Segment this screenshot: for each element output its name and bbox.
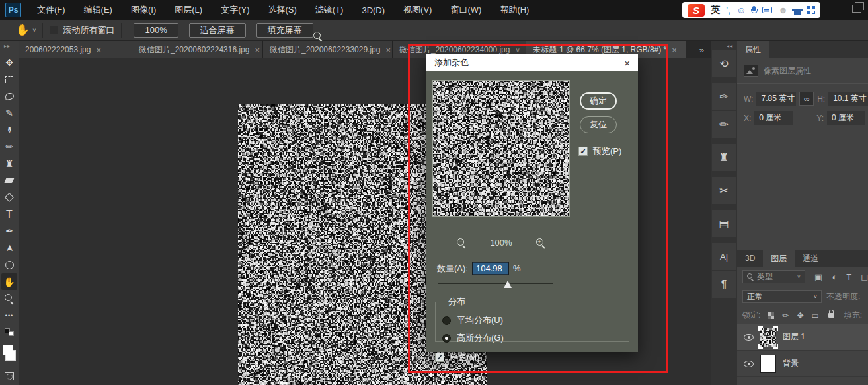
microphone-icon[interactable] <box>752 6 756 15</box>
amount-slider[interactable] <box>438 280 553 289</box>
emoji-icon[interactable]: ☺ <box>736 5 746 15</box>
tab-overflow-icon[interactable]: » <box>693 45 711 55</box>
paint-bucket-tool[interactable] <box>1 189 17 206</box>
visibility-eye-icon[interactable] <box>744 361 754 367</box>
move-tool[interactable]: ✥ <box>1 54 17 71</box>
menu-image[interactable]: 图像(I) <box>122 0 165 20</box>
filter-type-icon[interactable]: T <box>846 272 851 282</box>
tool-presets-panel-button[interactable]: ✂ <box>712 177 736 204</box>
lock-artboard-icon[interactable]: ▭ <box>811 311 818 320</box>
foreground-color-swatch[interactable] <box>3 345 13 355</box>
gaussian-radio[interactable] <box>442 334 451 343</box>
layer-thumbnail[interactable] <box>760 355 776 373</box>
type-tool[interactable]: T <box>1 206 17 223</box>
menu-layer[interactable]: 图层(L) <box>165 0 212 20</box>
tab-3d[interactable]: 3D <box>737 250 763 267</box>
keyboard-icon[interactable] <box>762 7 772 13</box>
pen-tool[interactable]: ✒ <box>1 223 17 240</box>
layer-row-selected[interactable]: 图层 1 <box>737 324 868 351</box>
x-field[interactable]: 0 厘米 <box>754 111 793 125</box>
dialog-title-bar[interactable]: 添加杂色 × <box>426 54 638 71</box>
menu-3d[interactable]: 3D(D) <box>352 0 394 20</box>
history-panel-button[interactable]: ⟲ <box>712 50 736 77</box>
visibility-eye-icon[interactable] <box>744 334 754 341</box>
brush-tool[interactable]: ✏ <box>1 139 17 156</box>
layer-thumbnail[interactable] <box>760 328 776 347</box>
layer-name[interactable]: 图层 1 <box>783 332 805 343</box>
path-selection-tool[interactable]: ➤ <box>1 240 18 256</box>
tool-preset-chevron-icon[interactable]: ˅ <box>32 27 36 34</box>
menu-select[interactable]: 选择(S) <box>258 0 305 20</box>
tab-properties[interactable]: 属性 <box>737 41 769 58</box>
lock-transparency-icon[interactable] <box>768 312 774 319</box>
search-icon[interactable] <box>313 32 323 41</box>
tab-close-icon[interactable]: × <box>255 45 260 55</box>
amount-input[interactable]: 104.98 <box>472 262 509 275</box>
account-icon[interactable]: ☻ <box>778 5 788 15</box>
slider-track[interactable] <box>438 283 553 284</box>
default-colors-control[interactable] <box>1 324 17 341</box>
menu-edit[interactable]: 编辑(E) <box>75 0 122 20</box>
lock-position-icon[interactable]: ✥ <box>797 311 803 320</box>
ime-menu-grid-icon[interactable] <box>807 6 815 14</box>
zoom-in-icon[interactable]: + <box>536 238 545 248</box>
document-tab[interactable]: 200602222053.jpg × <box>19 41 132 58</box>
paragraph-panel-button[interactable]: ¶ <box>712 271 736 298</box>
ime-punctuation-toggle[interactable]: ’, <box>726 5 730 15</box>
foreground-background-swatches[interactable] <box>3 345 16 361</box>
brush-settings-panel-button[interactable]: ✑ <box>712 83 736 110</box>
clone-stamp-tool[interactable]: ♜ <box>1 155 17 172</box>
eraser-tool[interactable] <box>1 172 17 190</box>
noise-preview[interactable] <box>432 80 570 217</box>
sogou-logo-icon[interactable]: S <box>688 4 705 17</box>
zoom-100-button[interactable]: 100% <box>134 23 178 38</box>
menu-view[interactable]: 视图(V) <box>394 0 441 20</box>
scroll-all-windows-checkbox[interactable] <box>50 26 58 34</box>
libraries-panel-button[interactable]: ▤ <box>712 210 736 237</box>
tab-channels[interactable]: 通道 <box>795 250 826 267</box>
more-tools-button[interactable]: ••• <box>1 307 17 324</box>
tab-close-icon[interactable]: × <box>385 45 391 55</box>
menu-file[interactable]: 文件(F) <box>28 0 75 20</box>
menu-filter[interactable]: 滤镜(T) <box>306 0 353 20</box>
slider-thumb[interactable] <box>504 281 512 288</box>
fill-screen-button[interactable]: 填充屏幕 <box>256 23 313 38</box>
brushes-panel-button[interactable]: ✏ <box>712 111 736 138</box>
skin-icon[interactable] <box>794 9 801 15</box>
marquee-tool[interactable] <box>1 71 17 88</box>
preview-checkbox[interactable]: ✓ <box>578 147 588 156</box>
blend-mode-select[interactable]: 正常 ˅ <box>742 290 822 303</box>
reset-button[interactable]: 复位 <box>580 116 617 133</box>
lock-pixels-icon[interactable]: ✏ <box>782 311 789 320</box>
height-field[interactable]: 10.1 英寸 <box>828 92 868 106</box>
width-field[interactable]: 7.85 英寸 <box>756 92 796 106</box>
window-restore-icon[interactable] <box>852 5 861 13</box>
uniform-radio[interactable] <box>442 316 451 325</box>
tab-close-icon[interactable]: × <box>672 45 677 55</box>
lasso-tool[interactable] <box>1 88 17 105</box>
lock-all-icon[interactable] <box>828 313 834 318</box>
zoom-tool[interactable] <box>1 290 17 307</box>
ok-button[interactable]: 确定 <box>580 92 617 110</box>
toolbar-collapse-icon[interactable]: ▸▸ <box>4 43 11 49</box>
layer-row[interactable]: 背景 <box>737 351 868 377</box>
panel-collapse-icon[interactable]: ◂◂ <box>711 41 737 50</box>
dialog-close-icon[interactable]: × <box>624 57 630 69</box>
shape-tool[interactable] <box>1 256 17 273</box>
quick-selection-tool[interactable]: ✎ <box>1 105 17 122</box>
document-tab[interactable]: 微信图片_20200602224316.jpg × <box>132 41 263 58</box>
tab-layers[interactable]: 图层 <box>763 250 795 267</box>
character-panel-button[interactable]: A| <box>712 243 736 270</box>
link-dimensions-icon[interactable]: ∞ <box>799 92 814 106</box>
quick-mask-button[interactable] <box>1 368 17 385</box>
clone-source-panel-button[interactable]: ♜ <box>712 144 736 171</box>
ime-language-toggle[interactable]: 英 <box>711 4 720 16</box>
document-tab[interactable]: 微信图片_20200602233029.jpg × <box>263 41 393 58</box>
filter-shape-icon[interactable]: ◻ <box>861 272 868 282</box>
filter-pixel-icon[interactable]: ▣ <box>814 272 822 282</box>
hand-tool[interactable]: ✋ <box>1 273 17 291</box>
filter-adjustment-icon[interactable]: ◐ <box>832 272 837 282</box>
eyedropper-tool[interactable]: ✒ <box>1 122 18 138</box>
monochromatic-checkbox[interactable]: ✓ <box>435 353 444 362</box>
menu-help[interactable]: 帮助(H) <box>491 0 538 20</box>
